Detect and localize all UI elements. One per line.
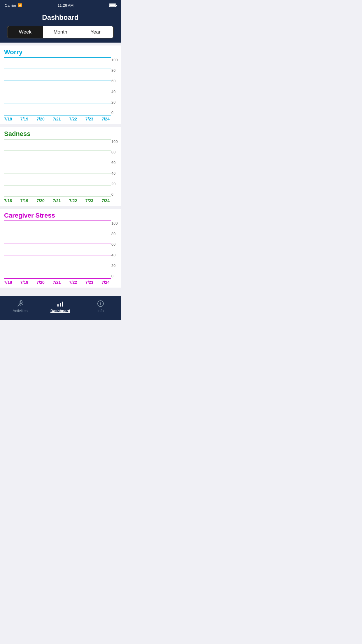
x-label: 7/23 [85,198,93,203]
y-label-0: 0 [111,111,119,115]
sadness-chart-lines [4,139,111,197]
tab-dashboard[interactable]: Dashboard [40,300,80,313]
h-line-40 [4,174,111,174]
status-bar: Carrier 📶 11:26 AM [0,0,121,10]
activities-label: Activities [13,309,27,313]
h-line-20 [4,104,111,104]
wifi-icon: 📶 [18,3,22,7]
x-label: 7/18 [4,198,12,203]
carrier-label: Carrier [5,3,16,8]
h-line-60 [4,80,111,80]
x-label: 7/22 [69,198,77,203]
y-label-100: 100 [111,221,119,225]
x-label: 7/21 [53,280,61,285]
svg-rect-3 [62,302,63,307]
h-line-80 [4,69,111,69]
caregiver-x-labels: 7/18 7/19 7/20 7/21 7/22 7/23 7/24 [4,280,121,285]
y-label-60: 60 [111,242,119,246]
h-line-80 [4,232,111,232]
battery-icon [109,4,116,7]
svg-point-0 [20,300,22,302]
sadness-chart-area: 0 20 40 60 80 100 [4,139,121,197]
x-label: 7/22 [69,117,77,121]
sadness-x-labels: 7/18 7/19 7/20 7/21 7/22 7/23 7/24 [4,198,121,203]
h-line-0 [4,278,111,279]
h-line-0 [4,115,111,116]
tab-activities[interactable]: Activities [0,300,40,313]
tab-week[interactable]: Week [8,26,43,38]
worry-chart-area: 0 20 40 60 80 100 [4,57,121,116]
x-label: 7/20 [37,117,45,121]
caregiver-chart-title: Caregiver Stress [4,212,121,219]
h-line-100 [4,139,111,139]
worry-chart-title: Worry [4,48,121,56]
worry-chart-lines [4,57,111,116]
worry-y-labels: 0 20 40 60 80 100 [111,57,121,116]
y-label-80: 80 [111,68,119,73]
y-label-100: 100 [111,58,119,62]
sadness-chart-section: Sadness 0 20 40 60 80 100 7/18 7/19 7 [0,127,121,206]
y-label-20: 20 [111,100,119,104]
caregiver-chart-lines [4,220,111,279]
y-label-40: 40 [111,253,119,257]
svg-rect-1 [57,304,59,307]
sadness-y-labels: 0 20 40 60 80 100 [111,139,121,197]
x-label: 7/18 [4,117,12,121]
y-label-40: 40 [111,171,119,176]
x-label: 7/19 [20,280,28,285]
y-label-100: 100 [111,139,119,144]
segmented-control: Week Month Year [7,26,114,38]
x-label: 7/24 [102,117,110,121]
x-label: 7/20 [37,198,45,203]
tab-year[interactable]: Year [78,26,113,38]
h-line-20 [4,267,111,267]
h-line-40 [4,255,111,256]
y-label-20: 20 [111,263,119,268]
dashboard-icon [57,300,64,307]
x-label: 7/24 [102,280,110,285]
x-label: 7/19 [20,198,28,203]
x-label: 7/23 [85,280,93,285]
y-label-60: 60 [111,160,119,165]
time-label: 11:26 AM [57,3,73,8]
h-line-60 [4,162,111,162]
caregiver-y-labels: 0 20 40 60 80 100 [111,220,121,279]
x-label: 7/22 [69,280,77,285]
x-label: 7/24 [102,198,110,203]
h-line-0 [4,197,111,197]
tab-info[interactable]: i Info [80,300,121,313]
h-line-20 [4,185,111,186]
sadness-chart-title: Sadness [4,130,121,138]
activities-icon [16,300,24,307]
h-line-100 [4,220,111,221]
tab-month[interactable]: Month [43,26,78,38]
nav-header: Dashboard [0,10,121,26]
y-label-20: 20 [111,182,119,186]
tab-bar: Activities Dashboard i Info [0,296,121,320]
x-label: 7/20 [37,280,45,285]
x-label: 7/21 [53,198,61,203]
x-label: 7/21 [53,117,61,121]
h-line-80 [4,150,111,150]
y-label-0: 0 [111,274,119,278]
x-label: 7/23 [85,117,93,121]
scroll-content: Worry 0 20 40 60 80 100 7/18 7/19 [0,43,121,296]
caregiver-chart-section: Caregiver Stress 0 20 40 60 80 100 7/18 … [0,209,121,288]
x-label: 7/18 [4,280,12,285]
page-title: Dashboard [0,13,121,22]
dashboard-label: Dashboard [50,309,70,313]
y-label-80: 80 [111,232,119,236]
info-icon: i [97,300,104,307]
h-line-100 [4,57,111,58]
caregiver-chart-area: 0 20 40 60 80 100 [4,220,121,279]
svg-rect-2 [60,303,61,307]
svg-text:i: i [100,302,101,306]
worry-chart-section: Worry 0 20 40 60 80 100 7/18 7/19 [0,46,121,124]
x-label: 7/19 [20,117,28,121]
h-line-40 [4,92,111,92]
y-label-80: 80 [111,150,119,154]
y-label-40: 40 [111,90,119,94]
worry-x-labels: 7/18 7/19 7/20 7/21 7/22 7/23 7/24 [4,117,121,121]
y-label-60: 60 [111,79,119,83]
h-line-60 [4,244,111,244]
